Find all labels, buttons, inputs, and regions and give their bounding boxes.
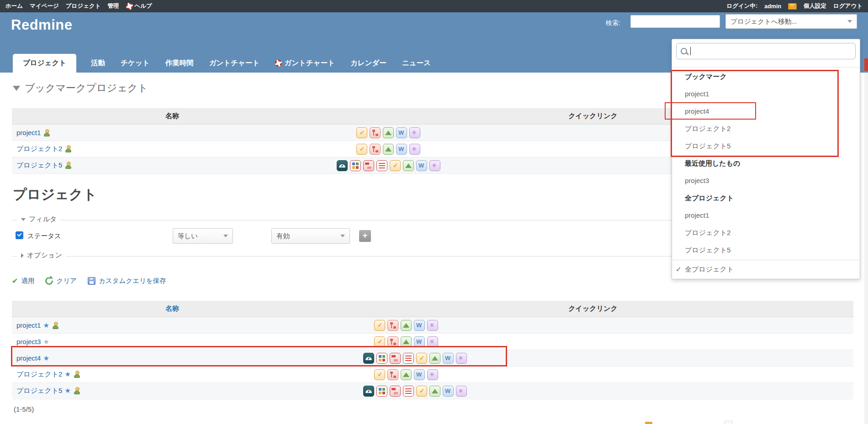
checklist-icon[interactable] [374, 320, 385, 331]
grid-board-icon[interactable] [350, 160, 361, 171]
project-link[interactable]: プロジェクト5 [16, 161, 62, 169]
checklist-icon[interactable] [356, 127, 367, 138]
tab-4[interactable]: ガントチャート [208, 54, 261, 73]
settings-icon[interactable] [427, 320, 438, 331]
vertical-scrollbar[interactable] [864, 73, 868, 424]
checklist-icon[interactable] [374, 369, 385, 380]
collapse-triangle-icon[interactable] [13, 86, 20, 91]
tab-6[interactable]: カレンダー [349, 54, 387, 73]
operator-select[interactable]: 等しい [173, 228, 233, 244]
top-menu-item-4[interactable]: ヘルプ [126, 2, 152, 10]
org-chart-icon[interactable] [387, 336, 398, 347]
tab-5[interactable]: ガントチャート [274, 54, 336, 73]
top-menu-item-3[interactable]: 管理 [108, 2, 119, 10]
grid-board-icon[interactable] [376, 386, 387, 397]
top-menu-item-1[interactable]: マイページ [30, 2, 59, 10]
tab-1[interactable]: 活動 [90, 54, 106, 73]
settings-icon[interactable] [456, 353, 467, 364]
image-icon[interactable] [401, 336, 412, 347]
dashboard-icon[interactable] [363, 353, 374, 364]
personal-settings-link[interactable]: 個人設定 [804, 2, 826, 10]
checklist-icon[interactable] [416, 386, 427, 397]
gantt-icon[interactable] [390, 353, 401, 364]
dashboard-icon[interactable] [337, 160, 348, 171]
grid-board-icon[interactable] [376, 353, 387, 364]
settings-icon[interactable] [429, 160, 440, 171]
search-input[interactable] [630, 15, 720, 28]
blue-star-icon[interactable]: ★ [43, 321, 49, 329]
list-icon[interactable] [403, 353, 414, 364]
jump-item[interactable]: プロジェクト2 [672, 224, 860, 241]
jump-item[interactable]: project1 [672, 85, 860, 103]
jump-item[interactable]: project1 [672, 207, 860, 224]
settings-icon[interactable] [427, 369, 438, 380]
org-chart-icon[interactable] [370, 127, 381, 138]
jump-item-all-projects-selected[interactable]: ✓全プロジェクト [672, 260, 860, 278]
project-link[interactable]: プロジェクト2 [16, 370, 62, 378]
wiki-icon[interactable] [414, 320, 425, 331]
checklist-icon[interactable] [390, 160, 401, 171]
settings-icon[interactable] [456, 386, 467, 397]
project-link[interactable]: プロジェクト2 [16, 145, 62, 152]
project-jump-search-field[interactable] [676, 43, 856, 59]
image-icon[interactable] [429, 386, 440, 397]
name-column-header[interactable]: 名称 [12, 108, 333, 125]
tab-0[interactable]: プロジェクト [13, 54, 76, 73]
jump-item[interactable]: プロジェクト5 [672, 137, 860, 155]
list-icon[interactable] [376, 160, 387, 171]
blue-star-icon[interactable]: ★ [64, 370, 70, 378]
settings-icon[interactable] [427, 336, 438, 347]
image-icon[interactable] [401, 320, 412, 331]
checklist-icon[interactable] [416, 353, 427, 364]
org-chart-icon[interactable] [387, 369, 398, 380]
jump-item[interactable]: プロジェクト5 [672, 241, 860, 259]
image-icon[interactable] [383, 144, 394, 155]
action-apply-link[interactable]: ✔適用 [12, 277, 34, 285]
image-icon[interactable] [383, 127, 394, 138]
list-icon[interactable] [403, 386, 414, 397]
org-chart-icon[interactable] [387, 320, 398, 331]
project-link[interactable]: project3 [16, 338, 41, 345]
top-menu-item-2[interactable]: プロジェクト [66, 2, 101, 10]
mail-envelope-icon[interactable] [788, 3, 797, 10]
project-link[interactable]: project1 [16, 129, 41, 136]
gantt-icon[interactable] [363, 160, 374, 171]
filter-legend[interactable]: フィルタ [17, 215, 60, 224]
blue-star-icon[interactable]: ★ [64, 387, 70, 394]
top-menu-item-0[interactable]: ホーム [5, 2, 23, 10]
action-clear-link[interactable]: クリア [45, 277, 77, 285]
logout-link[interactable]: ログアウト [833, 2, 863, 10]
settings-icon[interactable] [409, 127, 420, 138]
tab-3[interactable]: 作業時間 [164, 54, 195, 73]
status-value-select[interactable]: 有効 [271, 228, 350, 244]
action-save-query-link[interactable]: カスタムクエリを保存 [88, 277, 166, 285]
wiki-icon[interactable] [414, 336, 425, 347]
wiki-icon[interactable] [443, 353, 454, 364]
wiki-icon[interactable] [443, 386, 454, 397]
project-link[interactable]: project4 [16, 354, 41, 362]
checklist-icon[interactable] [374, 336, 385, 347]
image-icon[interactable] [401, 369, 412, 380]
blue-star-icon[interactable]: ★ [43, 354, 49, 362]
tab-7[interactable]: ニュース [401, 54, 432, 73]
jump-item[interactable]: project3 [672, 172, 860, 189]
name-column-header[interactable]: 名称 [12, 301, 333, 317]
org-chart-icon[interactable] [370, 144, 381, 155]
tab-2[interactable]: チケット [120, 54, 150, 73]
settings-icon[interactable] [409, 144, 420, 155]
add-filter-button[interactable]: + [359, 230, 371, 242]
wiki-icon[interactable] [396, 144, 407, 155]
options-legend[interactable]: オプション [17, 251, 66, 260]
image-icon[interactable] [403, 160, 414, 171]
wiki-icon[interactable] [414, 369, 425, 380]
project-link[interactable]: project1 [16, 321, 41, 329]
dashboard-icon[interactable] [363, 386, 374, 397]
project-link[interactable]: プロジェクト5 [16, 387, 62, 394]
gray-star-icon[interactable]: ★ [43, 338, 49, 345]
checklist-icon[interactable] [356, 144, 367, 155]
status-checkbox[interactable] [16, 231, 23, 239]
jump-item[interactable]: project4 [672, 103, 860, 120]
image-icon[interactable] [429, 353, 440, 364]
jump-item[interactable]: プロジェクト2 [672, 120, 860, 137]
project-jump-select[interactable]: プロジェクトへ移動... [725, 14, 857, 29]
